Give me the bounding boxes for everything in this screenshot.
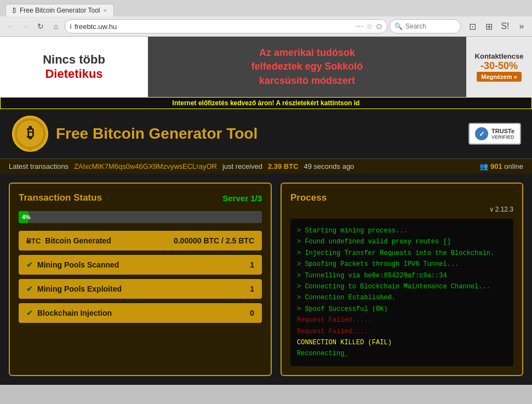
console-line: Request Failed..... (297, 315, 507, 326)
refresh-button[interactable]: ↻ (34, 20, 47, 33)
btc-icon: ɃTC (26, 237, 41, 245)
logo-area: ₿ Free Bitcoin Generator Tool (11, 115, 258, 153)
mining-pools-exploited-row: ✔ Mining Pools Exploited 1 (19, 279, 262, 299)
tab-label: Free Bitcoin Generator Tool (20, 7, 100, 14)
tab-bar: ₿ Free Bitcoin Generator Tool × (0, 0, 532, 16)
transaction-time: 49 seconds ago (304, 162, 354, 170)
transaction-address[interactable]: ZAlxcMIK7M6qs0w46GX9MzvywsECLrayOR (74, 162, 217, 170)
truste-text: TRUSTe VERIFIED (491, 128, 514, 140)
shield-icon[interactable]: ⊙ (376, 22, 382, 31)
more-options-icon[interactable]: ··· (356, 21, 363, 31)
console-line: CONNECTION KILLED (FAIL) (297, 337, 507, 348)
bitcoin-generated-value: 0.00000 BTC / 2.5 BTC (174, 236, 254, 245)
ad-left[interactable]: Nincs több Dietetikus (0, 37, 148, 97)
transaction-received: just received (222, 162, 262, 170)
console-line: > Spoof Successful (OK) (297, 304, 507, 315)
console: > Starting mining process...> Found unde… (290, 219, 513, 366)
isp-bar[interactable]: Internet előfizetés kedvező áron! A rész… (0, 97, 532, 109)
extension-icon-2[interactable]: ⊞ (482, 19, 496, 33)
browser-chrome: ₿ Free Bitcoin Generator Tool × ← → ↻ ⌂ … (0, 0, 532, 37)
online-count: 👥 901 online (479, 162, 523, 170)
console-line: > Starting mining process... (297, 225, 507, 236)
transaction-amount: 2.39 BTC (268, 162, 299, 170)
server-label: Server 1/3 (222, 194, 262, 203)
svg-text:₿: ₿ (27, 124, 34, 141)
console-line: Request Failed..... (297, 326, 507, 337)
nav-bar: ← → ↻ ⌂ ℹ ··· ☆ ⊙ 🔍 ⊡ ⊞ S! » (0, 16, 532, 36)
toolbar-icons: ⊡ ⊞ S! » (465, 19, 529, 33)
left-panel: Transaction Status Server 1/3 4% ɃTC Bit… (9, 183, 272, 376)
console-line: > Connecting to Blockchain Maintenance C… (297, 281, 507, 292)
ad-left-line1: Nincs több (43, 53, 105, 67)
console-line: > Found undefined valid proxy routes [] (297, 236, 507, 247)
panels: Transaction Status Server 1/3 4% ɃTC Bit… (0, 174, 532, 385)
url-input[interactable] (75, 22, 353, 31)
active-tab[interactable]: ₿ Free Bitcoin Generator Tool × (5, 4, 114, 16)
truste-sub: VERIFIED (491, 134, 514, 140)
console-line: > Injecting Transfer Requests into the B… (297, 248, 507, 259)
console-line: > Tunnelling via be6e:854229af:c9a::34 (297, 270, 507, 281)
forward-button[interactable]: → (19, 20, 32, 33)
more-tools-icon[interactable]: » (514, 19, 529, 33)
mining-pools-scanned-row: ✔ Mining Pools Scanned 1 (19, 255, 262, 275)
transaction-bar: Latest transactions ZAlxcMIK7M6qs0w46GX9… (0, 158, 532, 174)
security-icon: ℹ (70, 23, 72, 30)
online-number: 901 (490, 162, 502, 170)
ad-middle[interactable]: Az amerikai tudósok felfedeztek egy Sokk… (148, 37, 466, 97)
console-line: > Spoofing Packets through IPV6 Tunnel..… (297, 259, 507, 270)
blockchain-injection-row: ✔ Blockchain Injection 0 (19, 303, 262, 323)
blockchain-injection-value: 0 (250, 309, 254, 317)
extension-icon-3[interactable]: S! (498, 19, 512, 33)
right-panel-title: Process (290, 192, 513, 203)
main-content: ₿ Free Bitcoin Generator Tool ✓ TRUSTe V… (0, 109, 532, 385)
bookmark-icon[interactable]: ☆ (366, 22, 373, 31)
extension-icon-1[interactable]: ⊡ (465, 19, 479, 33)
tab-favicon: ₿ (13, 7, 16, 14)
ad-right-btn[interactable]: Megnézem » (477, 72, 521, 82)
mining-pools-exploited-value: 1 (250, 284, 254, 293)
check-icon-2: ✔ (26, 284, 33, 293)
address-bar[interactable]: ℹ ··· ☆ ⊙ (65, 19, 387, 33)
ad-left-line2: Dietetikus (45, 67, 102, 81)
truste-badge: ✓ TRUSTe VERIFIED (468, 123, 521, 145)
mining-pools-exploited-label: ✔ Mining Pools Exploited (26, 284, 122, 293)
progress-label: 4% (22, 214, 31, 220)
blockchain-injection-label: ✔ Blockchain Injection (26, 309, 112, 317)
online-icon: 👥 (479, 162, 488, 170)
check-icon-3: ✔ (26, 309, 33, 317)
ad-bar: Nincs több Dietetikus Az amerikai tudóso… (0, 37, 532, 97)
progress-bar-container: 4% (19, 211, 262, 223)
ad-right-kontakt: Kontaktlencse (475, 52, 524, 60)
mining-pools-scanned-value: 1 (250, 260, 254, 269)
site-header: ₿ Free Bitcoin Generator Tool ✓ TRUSTe V… (0, 109, 532, 158)
online-label: online (504, 162, 523, 170)
back-button[interactable]: ← (3, 20, 16, 33)
tab-close-btn[interactable]: × (104, 7, 107, 14)
bitcoin-logo: ₿ (11, 115, 49, 153)
home-button[interactable]: ⌂ (49, 20, 62, 33)
ad-right-percent: -30-50% (480, 60, 518, 72)
truste-label: TRUSTe (491, 128, 514, 134)
right-panel: Process v 2.12.3 > Starting mining proce… (281, 183, 523, 376)
left-panel-title: Transaction Status (19, 192, 102, 203)
search-icon: 🔍 (394, 22, 403, 30)
console-line: > Connection Established. (297, 292, 507, 303)
site-title: Free Bitcoin Generator Tool (56, 125, 258, 143)
ad-right[interactable]: Kontaktlencse -30-50% Megnézem » (466, 37, 532, 97)
search-bar[interactable]: 🔍 (390, 19, 461, 33)
ad-middle-text: Az amerikai tudósok felfedeztek egy Sokk… (251, 46, 363, 88)
console-line: Reconnecting_ (297, 348, 507, 359)
isp-text: Internet előfizetés kedvező áron! A rész… (173, 99, 360, 107)
transaction-label: Latest transactions (9, 162, 68, 170)
ad-highlight: Sokkoló (324, 61, 363, 72)
panel-header: Transaction Status Server 1/3 (19, 192, 262, 203)
search-input[interactable] (405, 22, 456, 30)
check-icon-1: ✔ (26, 260, 33, 269)
bitcoin-generated-row: ɃTC Bitcoin Generated 0.00000 BTC / 2.5 … (19, 231, 262, 251)
bitcoin-generated-label: ɃTC Bitcoin Generated (26, 236, 111, 245)
mining-pools-scanned-label: ✔ Mining Pools Scanned (26, 260, 119, 269)
truste-icon: ✓ (475, 127, 488, 140)
version-label: v 2.12.3 (290, 206, 513, 213)
